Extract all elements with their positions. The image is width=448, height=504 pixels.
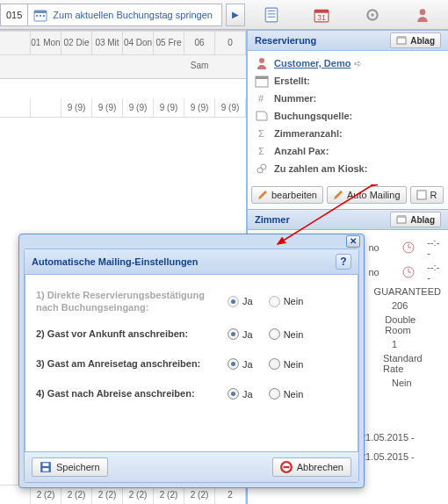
room-title: Zimmer <box>255 214 290 225</box>
time-value: --:-- <box>427 262 441 283</box>
day-cell[interactable]: 03 Mit <box>92 32 123 54</box>
customer-link[interactable]: Customer, Demo <box>274 58 350 68</box>
mailing-question: 4) Gast nach Abreise anschreiben: Ja Nei… <box>36 379 347 409</box>
room-ablage-button[interactable]: Ablag <box>390 212 441 227</box>
radio-no[interactable]: Nein <box>269 388 304 400</box>
reservation-details: Customer, Demo ➪ Erstellt: 03.02.2016 14… <box>248 51 448 181</box>
svg-rect-16 <box>397 36 406 38</box>
date-jump-box: 015 Zum aktuellen Buchungstag springen <box>0 4 222 26</box>
date-text-1: 21.05.2015 - <box>360 432 415 443</box>
partial-number: 015 <box>1 4 28 25</box>
dialog-close-button[interactable]: ✕ <box>346 235 360 248</box>
notes-icon[interactable] <box>264 7 279 23</box>
availability-cell <box>0 98 31 117</box>
availability-cell <box>31 98 61 117</box>
svg-text:#: # <box>258 93 264 104</box>
bottom-count-cell: 2 (2) <box>61 486 92 504</box>
cancel-button[interactable]: Abbrechen <box>272 457 351 477</box>
help-button[interactable]: ? <box>336 254 351 270</box>
day-cell[interactable]: 04 Don <box>123 32 154 54</box>
next-button[interactable]: ▶ <box>226 4 245 26</box>
radio-yes[interactable]: Ja <box>228 328 253 340</box>
reservation-title: Reservierung <box>255 35 316 46</box>
field-label: Erstellt: <box>274 76 310 86</box>
day-row: 01 Mon02 Die03 Mit04 Don05 Fre06 Sam0 <box>0 31 246 54</box>
dialog-titlebar: ✕ <box>19 234 364 247</box>
bottom-count-cell: 2 (2) <box>154 486 184 504</box>
availability-cell: 9 (9) <box>184 98 215 117</box>
svg-rect-38 <box>43 463 49 466</box>
radio-no[interactable]: Nein <box>269 328 304 340</box>
day-cell[interactable]: 02 Die <box>61 32 92 54</box>
week-spacer <box>0 54 246 79</box>
mailing-question: 3) Gast am Anreisetag anschreiben: Ja Ne… <box>36 349 347 379</box>
user-icon[interactable] <box>415 7 430 23</box>
arrow-right-icon[interactable]: ➪ <box>354 58 362 69</box>
day-cell[interactable] <box>0 32 31 54</box>
field-label: Zu zahlen am Kiosk: <box>274 163 367 174</box>
availability-cell: 9 (9) <box>61 98 92 117</box>
bottom-count-cell: 2 (2) <box>184 486 215 504</box>
date-text-2: 21.05.2015 - <box>360 451 415 462</box>
svg-rect-39 <box>43 468 49 472</box>
detail-row: Σ Zimmeranzahl: 1 <box>255 125 441 142</box>
jump-link[interactable]: Zum aktuellen Buchungstag springen <box>53 10 221 20</box>
field-icon <box>255 109 269 123</box>
detail-row: Zu zahlen am Kiosk: <box>255 160 441 177</box>
field-icon: # <box>255 91 269 105</box>
radio-yes: Ja <box>228 296 253 307</box>
mailing-question: 2) Gast vor Ankunft anschreiben: Ja Nein <box>36 320 347 349</box>
settings-icon[interactable] <box>365 7 380 23</box>
radio-no[interactable]: Nein <box>269 358 304 370</box>
bottom-count-cell: 2 (2) <box>123 486 154 504</box>
day-cell[interactable]: 01 Mon <box>31 32 61 54</box>
radio-yes[interactable]: Ja <box>228 358 253 370</box>
room-header: Zimmer Ablag <box>248 209 448 230</box>
r-button[interactable]: R <box>410 186 444 204</box>
detail-row: Σ Anzahl Pax: 1 <box>255 142 441 160</box>
availability-cell: 9 (9) <box>215 98 246 117</box>
day-cell[interactable]: 06 Sam <box>184 32 215 54</box>
question-label: 3) Gast am Anreisetag anschreiben: <box>36 357 228 370</box>
dialog-heading: Automatische Mailing-Einstellungen ? <box>25 249 358 275</box>
field-label: Zimmeranzahl: <box>274 128 343 139</box>
clock-icon <box>402 241 415 254</box>
detail-row: Erstellt: 03.02.2016 14:5 <box>255 72 441 90</box>
bottom-count-cell: 2 (2) <box>92 486 123 504</box>
dialog-footer: Speichern Abbrechen <box>25 451 358 482</box>
question-label: 1) Direkte Reservierungsbestätigung nach… <box>36 289 228 314</box>
dialog-title: Automatische Mailing-Einstellungen <box>32 256 198 267</box>
bottom-count-cell: 2 <box>215 486 246 504</box>
svg-point-14 <box>420 9 426 15</box>
calendar-icon[interactable] <box>33 8 47 22</box>
svg-rect-1 <box>34 11 47 13</box>
ablage-button[interactable]: Ablag <box>390 32 441 48</box>
field-icon: Σ <box>255 144 269 158</box>
svg-rect-26 <box>397 217 406 223</box>
field-icon <box>255 162 269 176</box>
radio-yes[interactable]: Ja <box>228 388 253 400</box>
no-value: no <box>368 242 390 253</box>
field-label: Anzahl Pax: <box>274 146 329 156</box>
svg-rect-19 <box>256 76 268 79</box>
day-cell[interactable]: 05 Fre <box>154 32 184 54</box>
svg-rect-5 <box>265 8 278 22</box>
reservation-actions: bearbeiten Auto Mailing R <box>248 181 448 209</box>
dialog-body: 1) Direkte Reservierungsbestätigung nach… <box>25 275 358 451</box>
day-cell[interactable]: 0 <box>215 32 246 54</box>
field-icon: Σ <box>255 126 269 140</box>
person-icon <box>255 56 269 70</box>
calendar-toolbar-icon[interactable]: 31 <box>314 7 329 23</box>
save-button[interactable]: Speichern <box>32 457 108 477</box>
calendar-header: 01 Mon02 Die03 Mit04 Don05 Fre06 Sam0 <box>0 30 246 79</box>
question-label: 2) Gast vor Ankunft anschreiben: <box>36 328 228 340</box>
auto-mailing-button[interactable]: Auto Mailing <box>327 186 407 204</box>
field-label: Buchungsquelle: <box>274 111 352 121</box>
svg-text:Σ: Σ <box>258 146 264 156</box>
clock-icon <box>402 266 415 278</box>
field-label: Nummer: <box>274 93 316 104</box>
svg-point-17 <box>259 58 264 63</box>
availability-row: 9 (9)9 (9)9 (9)9 (9)9 (9)9 (9) <box>0 98 246 118</box>
edit-button[interactable]: bearbeiten <box>251 186 323 204</box>
top-toolbar: 015 Zum aktuellen Buchungstag springen ▶… <box>0 0 448 30</box>
